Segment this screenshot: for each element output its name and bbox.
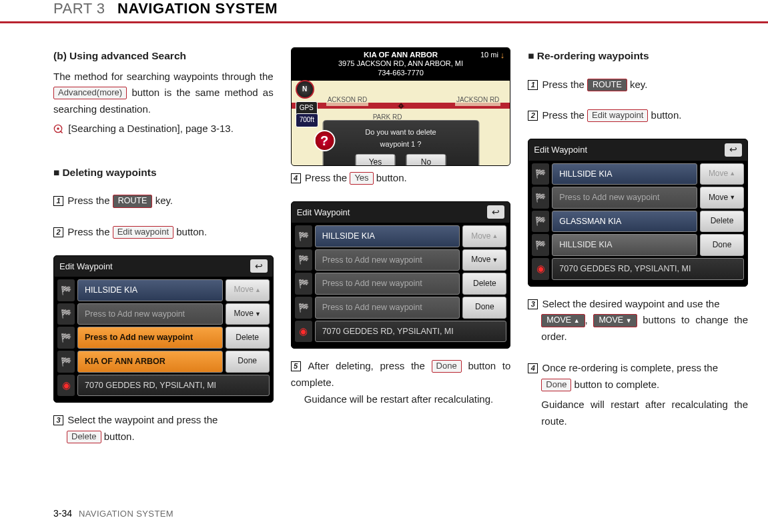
- text: Once re-ordering is complete, press the: [542, 362, 718, 373]
- scale-badge[interactable]: 700ft: [296, 113, 318, 127]
- waypoint-cell[interactable]: Press to Add new waypoint: [315, 273, 460, 295]
- move-down-button[interactable]: Move▼: [462, 249, 506, 271]
- map-confirm-screenshot: ACKSON RD JACKSON RD PARK RD KIA OF ANN …: [291, 47, 511, 166]
- screenshot-rows: 🏁 HILLSIDE KIA Move▲ 🏁 Press to Add new …: [292, 223, 510, 348]
- footer-section: NAVIGATION SYSTEM: [79, 509, 173, 519]
- edit-waypoint-button-label: Edit waypoint: [113, 226, 173, 239]
- text: Press the: [542, 79, 588, 90]
- back-icon[interactable]: ↩: [250, 259, 268, 273]
- step-number-icon: 2: [53, 227, 63, 237]
- list-item: 🏁 HILLSIDE KIA Move▲: [295, 225, 507, 247]
- waypoint-cell[interactable]: HILLSIDE KIA: [552, 234, 697, 256]
- flag-icon: 🏁: [532, 234, 549, 256]
- step-number-icon: 5: [291, 361, 301, 371]
- no-button[interactable]: No: [406, 154, 446, 166]
- dialog-buttons: Yes No: [330, 154, 472, 166]
- back-icon[interactable]: ↩: [487, 205, 504, 219]
- waypoint-cell[interactable]: HILLSIDE KIA: [552, 163, 697, 185]
- text: Guidance will restart after recalculatin…: [528, 397, 748, 430]
- waypoint-cell-selected[interactable]: KIA OF ANN ARBOR: [77, 351, 223, 373]
- reordering-heading: Re-ordering waypoints: [528, 47, 748, 65]
- waypoint-cell[interactable]: HILLSIDE KIA: [315, 225, 460, 247]
- list-item: 🏁 Press to Add new waypoint Move▼: [532, 187, 744, 209]
- list-item: 🏁 KIA OF ANN ARBOR Done: [57, 351, 270, 373]
- done-button[interactable]: Done: [700, 234, 744, 256]
- move-up-button[interactable]: Move▲: [700, 163, 744, 185]
- waypoint-cell[interactable]: Press to Add new waypoint: [77, 303, 223, 325]
- waypoint-cell[interactable]: GLASSMAN KIA: [552, 211, 697, 233]
- step-number-icon: 3: [528, 299, 538, 309]
- delete-button[interactable]: Delete: [226, 327, 270, 349]
- flag-icon: 🏁: [532, 187, 549, 209]
- distance-text: 10 mi: [480, 51, 498, 60]
- waypoint-cell[interactable]: Press to Add new waypoint: [315, 249, 460, 271]
- text: Select the waypoint and press the: [67, 414, 218, 425]
- done-button[interactable]: Done: [226, 351, 270, 373]
- waypoint-cell[interactable]: Press to Add new waypoint: [315, 297, 460, 319]
- page-header: PART 3 NAVIGATION SYSTEM: [0, 0, 768, 23]
- distance-badge: 10 mi ↓: [480, 50, 504, 61]
- yes-button[interactable]: Yes: [356, 154, 396, 166]
- move-up-button[interactable]: Move▲: [226, 279, 270, 301]
- text: button.: [651, 109, 682, 121]
- route-key-label: ROUTE: [113, 195, 153, 208]
- page-footer: 3-34 NAVIGATION SYSTEM: [53, 508, 173, 519]
- flag-icon: 🏁: [57, 327, 75, 349]
- content-columns: (b) Using advanced Search The method for…: [0, 47, 768, 460]
- step-number-icon: 1: [53, 196, 63, 206]
- done-button-label: Done: [541, 379, 571, 391]
- crosshair-icon: ⌖: [394, 100, 408, 113]
- step-1: 1 Press the ROUTE key.: [528, 77, 748, 93]
- list-item: 🏁 HILLSIDE KIA Done: [532, 234, 744, 256]
- screenshot-titlebar: Edit Waypoint ↩: [528, 139, 747, 160]
- screenshot-rows: 🏁 HILLSIDE KIA Move▲ 🏁 Press to Add new …: [54, 277, 273, 402]
- screenshot-title: Edit Waypoint: [297, 205, 350, 219]
- edit-waypoint-screenshot-2: Edit Waypoint ↩ 🏁 HILLSIDE KIA Move▲ 🏁 P…: [291, 201, 511, 349]
- flag-icon: 🏁: [57, 279, 75, 301]
- text: After deleting, press the: [308, 360, 432, 371]
- step-4: 4 Press the Yes button.: [291, 170, 511, 187]
- flag-icon: 🏁: [295, 249, 312, 271]
- dialog-text: waypoint 1 ?: [330, 138, 472, 150]
- step-number-icon: 4: [528, 363, 538, 373]
- done-button-label: Done: [432, 360, 462, 373]
- poi-phone: 734-663-7770: [294, 69, 508, 78]
- screenshot-titlebar: Edit Waypoint ↩: [292, 202, 510, 223]
- waypoint-cell[interactable]: HILLSIDE KIA: [77, 279, 223, 301]
- move-up-button[interactable]: Move▲: [462, 225, 506, 247]
- move-up-button-label: MOVE ▲: [541, 314, 585, 327]
- list-item: 🏁 GLASSMAN KIA Delete: [532, 211, 744, 233]
- delete-button[interactable]: Delete: [700, 211, 744, 233]
- step-number-icon: 2: [528, 111, 538, 121]
- move-down-button[interactable]: Move▼: [226, 303, 270, 325]
- flag-icon: 🏁: [57, 303, 75, 325]
- map-banner: KIA OF ANN ARBOR 3975 JACKSON RD, ANN AR…: [292, 48, 510, 81]
- move-down-button-label: MOVE ▼: [593, 314, 637, 327]
- text: button.: [176, 226, 207, 237]
- poi-address: 3975 JACKSON RD, ANN ARBOR, MI: [294, 59, 508, 69]
- compass-icon[interactable]: N: [296, 80, 314, 99]
- edit-waypoint-button-label: Edit waypoint: [587, 109, 648, 122]
- reference-line: [Searching a Destination], page 3-13.: [53, 121, 274, 137]
- step-number-icon: 4: [291, 173, 301, 183]
- step-number-icon: 3: [53, 415, 63, 425]
- waypoint-cell-selected[interactable]: Press to Add new waypoint: [77, 327, 223, 349]
- move-down-button[interactable]: Move▼: [700, 187, 744, 209]
- step-2: 2 Press the Edit waypoint button.: [528, 107, 748, 124]
- step-number-icon: 1: [528, 80, 538, 90]
- text: Press the: [305, 172, 350, 183]
- list-item: 🏁 Press to Add new waypoint Move▼: [57, 303, 270, 325]
- flag-icon: 🏁: [295, 273, 312, 295]
- back-icon[interactable]: ↩: [725, 143, 742, 157]
- text: key.: [630, 79, 647, 90]
- waypoint-cell[interactable]: Press to Add new waypoint: [552, 187, 697, 209]
- done-button[interactable]: Done: [462, 297, 506, 319]
- text: Guidance will be restart after recalcula…: [291, 391, 511, 408]
- part-label: PART 3: [53, 0, 105, 17]
- column-3: Re-ordering waypoints 1 Press the ROUTE …: [528, 47, 748, 460]
- advanced-search-heading: (b) Using advanced Search: [53, 47, 274, 65]
- delete-button[interactable]: Delete: [462, 273, 506, 295]
- list-item: ◉ 7070 GEDDES RD, YPSILANTI, MI: [532, 258, 744, 280]
- delete-button-label: Delete: [67, 431, 101, 443]
- dialog-text: Do you want to delete: [330, 126, 472, 138]
